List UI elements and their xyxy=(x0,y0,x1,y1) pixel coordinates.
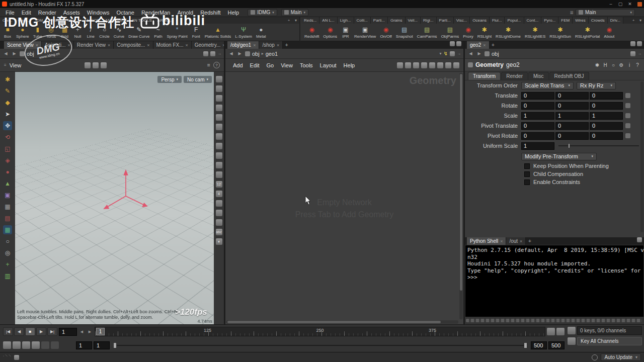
params-vscrollbar[interactable] xyxy=(640,81,643,232)
range-start-field[interactable]: 1 xyxy=(94,341,110,349)
shelf-tool[interactable]: + Null xyxy=(71,24,84,41)
shelf-tool[interactable]: F Font xyxy=(190,24,203,41)
keyframe-widget-icon[interactable] xyxy=(625,133,630,138)
lighting-icon[interactable] xyxy=(216,152,222,159)
realtime-toggle-icon[interactable] xyxy=(32,341,40,349)
param-field-z[interactable]: 0 xyxy=(590,92,623,100)
toolbar-grip-icon[interactable]: ≣ xyxy=(207,63,210,67)
select-tool-icon[interactable]: ➤ xyxy=(3,110,12,119)
shelf-menu-icon[interactable]: ▾ xyxy=(292,17,299,24)
men0u-item[interactable]: Edit xyxy=(18,10,35,16)
rotate-tool-icon[interactable]: ⟲ xyxy=(3,133,12,142)
shelf-tool[interactable]: ◉ Redshift xyxy=(302,24,321,41)
presets-icon[interactable]: ✱ xyxy=(594,61,601,68)
shelf-tool[interactable]: ✎ Draw Curve xyxy=(126,24,151,41)
checkbox[interactable] xyxy=(524,163,530,169)
info-display-icon[interactable] xyxy=(216,219,222,226)
shelf-tool[interactable]: ▦ Grid xyxy=(58,24,71,41)
view-tool-icon[interactable]: ✱ xyxy=(3,75,12,84)
message-log-icon[interactable] xyxy=(14,355,19,360)
checkbox[interactable] xyxy=(524,171,530,177)
color-editor-icon[interactable] xyxy=(445,62,451,68)
shelf-tool[interactable]: ◉ On/Off xyxy=(378,24,393,41)
shelf-tab[interactable]: Mat... xyxy=(49,17,65,24)
param-field-y[interactable]: 0 xyxy=(555,122,589,130)
pane-tab[interactable]: /shop × xyxy=(259,41,283,49)
abc-display-icon[interactable]: abc xyxy=(216,229,222,235)
param-field-y[interactable]: 0 xyxy=(555,102,589,110)
jump-icon[interactable]: → xyxy=(457,51,461,56)
list-view-icon[interactable] xyxy=(429,62,435,68)
shelf-tool[interactable]: ◉ About xyxy=(602,24,616,41)
forward-icon[interactable]: ▶ xyxy=(236,50,243,57)
group-display-icon[interactable] xyxy=(216,210,222,216)
shelf-tab[interactable]: Grains xyxy=(388,17,406,24)
link-icon[interactable] xyxy=(203,51,208,56)
shelf-tab[interactable]: Ligh... xyxy=(338,17,354,24)
network-menu-item[interactable]: View xyxy=(277,62,296,68)
timeline-menu-icon[interactable] xyxy=(556,328,565,335)
misc-tool-icon[interactable]: ◎ xyxy=(3,248,12,257)
shelf-tab[interactable]: Cont... xyxy=(524,17,542,24)
pane-tab[interactable]: Python Shell × xyxy=(467,237,506,245)
desktop-combo[interactable]: IDMG ▾ xyxy=(248,9,277,16)
pane-menu-icon[interactable] xyxy=(637,237,642,242)
handles-icon[interactable] xyxy=(216,200,222,207)
take-list-icon[interactable] xyxy=(3,354,11,360)
node-name-field[interactable]: geo2 xyxy=(506,61,520,68)
cloth-tool-icon[interactable]: ▤ xyxy=(3,214,12,223)
chevron-down-icon[interactable]: ▾ xyxy=(440,51,442,56)
shelf-tab[interactable]: Crowds xyxy=(589,17,608,24)
shelf-tab[interactable]: Colli... xyxy=(354,17,371,24)
shelf-tool[interactable]: ▣ RenderView xyxy=(352,24,378,41)
pane-tab[interactable]: Geometry... × xyxy=(192,41,224,49)
translate-gizmo-icon[interactable] xyxy=(96,166,156,226)
select-objects-icon[interactable] xyxy=(93,62,99,68)
python-hscrollbar[interactable] xyxy=(466,319,642,322)
shelf-tool[interactable]: ~ Path xyxy=(151,24,165,41)
shelf-tab[interactable]: Vell... xyxy=(406,17,421,24)
prev-key-icon[interactable]: ◀ xyxy=(78,328,85,335)
playback-options-icon[interactable] xyxy=(547,328,555,335)
forward-icon[interactable]: ▶ xyxy=(476,50,482,57)
pane-tab[interactable]: geo2 × xyxy=(467,41,490,49)
uniform-scale-field[interactable]: 1 xyxy=(521,142,554,150)
snapshot-icon[interactable] xyxy=(216,85,222,92)
network-menu-item[interactable]: Add xyxy=(229,62,247,68)
close-tab-icon[interactable]: × xyxy=(500,239,503,244)
network-hscrollbar[interactable] xyxy=(226,320,458,324)
add-shelf-tab-icon[interactable]: + xyxy=(630,17,637,24)
shelf-tab[interactable]: Visc... xyxy=(454,17,470,24)
rotate-order-combo[interactable]: Rx Ry Rz ▾ xyxy=(577,82,616,89)
shelf-tab[interactable]: Cre... xyxy=(0,17,16,24)
normals-icon[interactable] xyxy=(216,143,222,149)
shelf-tab[interactable]: Pyro... xyxy=(541,17,558,24)
param-tab[interactable]: Redshift OBJ xyxy=(549,72,589,80)
stop-button[interactable]: ■ xyxy=(25,327,35,336)
pane-tab[interactable]: Render View × xyxy=(74,41,114,49)
men0u-item[interactable]: Arnold xyxy=(174,10,197,16)
go-start-button[interactable]: |◀ xyxy=(3,327,13,336)
keyframe-widget-icon[interactable] xyxy=(625,103,630,108)
shelf-tool[interactable]: ▤ Snapshot xyxy=(394,24,415,41)
add-shelf-tab-icon[interactable]: + xyxy=(285,17,292,24)
shelf-tool[interactable]: * Spray Paint xyxy=(165,24,189,41)
back-icon[interactable]: ◀ xyxy=(228,50,234,57)
network-menu-item[interactable]: Edit xyxy=(247,62,263,68)
character-tool-icon[interactable]: ● xyxy=(3,167,12,176)
param-tab[interactable]: Misc xyxy=(528,72,549,80)
close-tab-icon[interactable]: × xyxy=(483,43,486,48)
shelf-tab[interactable]: Reds... xyxy=(301,17,319,24)
spreadsheet-icon[interactable] xyxy=(437,62,443,68)
loop-mode-icon[interactable] xyxy=(22,341,30,349)
sphere-display-icon[interactable] xyxy=(216,114,222,121)
param-tab[interactable]: Render xyxy=(501,72,528,80)
network-menu-item[interactable]: Go xyxy=(263,62,278,68)
export-keys-icon[interactable] xyxy=(3,341,11,349)
magnify-tool-icon[interactable]: ○ xyxy=(3,237,12,246)
range-start-handle[interactable] xyxy=(113,342,117,348)
tree-view-icon[interactable] xyxy=(413,62,419,68)
close-tab-icon[interactable]: × xyxy=(520,239,522,244)
shelf-tab[interactable]: ARNO... xyxy=(155,17,176,24)
shelf-tab[interactable]: Driv... xyxy=(608,17,623,24)
